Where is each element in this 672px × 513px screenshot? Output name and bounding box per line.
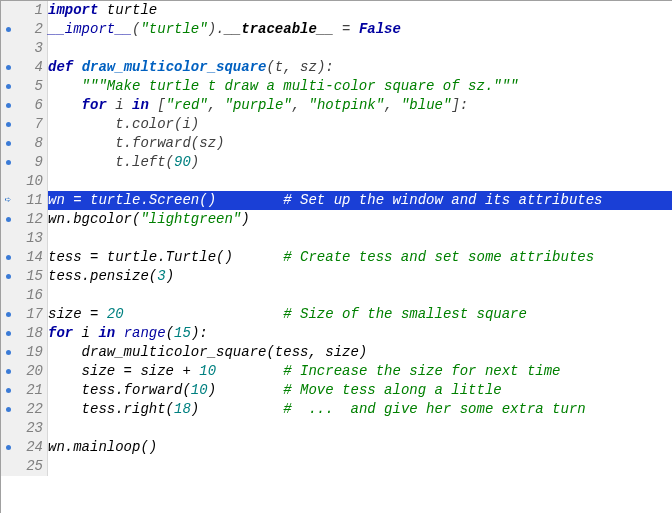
token-cmt: # Increase the size for next time — [283, 363, 560, 379]
code-editor[interactable]: 1import turtle2__import__("turtle").__tr… — [0, 0, 672, 513]
code-line[interactable]: 2__import__("turtle").__traceable__ = Fa… — [1, 20, 672, 39]
token-op: t.left( — [48, 154, 174, 170]
code-content[interactable]: wn.mainloop() — [48, 438, 672, 457]
token-attr — [115, 325, 123, 341]
code-line[interactable]: 12wn.bgcolor("lightgreen") — [1, 210, 672, 229]
line-number: 8 — [15, 134, 48, 153]
token-strongattr: __traceable__ — [224, 21, 333, 37]
token-num: 18 — [174, 401, 191, 417]
code-content[interactable]: tess.pensize(3) — [48, 267, 672, 286]
token-op: (t, sz): — [266, 59, 333, 75]
gutter-marker[interactable] — [1, 1, 15, 20]
gutter-marker[interactable] — [1, 400, 15, 419]
gutter-marker[interactable] — [1, 77, 15, 96]
gutter-marker[interactable] — [1, 248, 15, 267]
code-line[interactable]: 22 tess.right(18) # ... and give her som… — [1, 400, 672, 419]
token-attr: tess.right( — [48, 401, 174, 417]
code-line[interactable]: ➪11wn = turtle.Screen() # Set up the win… — [1, 191, 672, 210]
code-line[interactable]: 20 size = size + 10 # Increase the size … — [1, 362, 672, 381]
token-attr: wn.mainloop() — [48, 439, 157, 455]
gutter-marker[interactable] — [1, 172, 15, 191]
gutter-marker[interactable]: ➪ — [1, 191, 15, 210]
code-line[interactable]: 8 t.forward(sz) — [1, 134, 672, 153]
code-line[interactable]: 21 tess.forward(10) # Move tess along a … — [1, 381, 672, 400]
gutter-marker[interactable] — [1, 362, 15, 381]
gutter-marker[interactable] — [1, 39, 15, 58]
code-content[interactable]: wn.bgcolor("lightgreen") — [48, 210, 672, 229]
gutter-marker[interactable] — [1, 96, 15, 115]
gutter-marker[interactable] — [1, 305, 15, 324]
code-content[interactable]: draw_multicolor_square(tess, size) — [48, 343, 672, 362]
gutter-marker[interactable] — [1, 20, 15, 39]
code-line[interactable]: 25 — [1, 457, 672, 476]
code-line[interactable]: 5 """Make turtle t draw a multi-color sq… — [1, 77, 672, 96]
gutter-marker[interactable] — [1, 457, 15, 476]
line-number: 18 — [15, 324, 48, 343]
code-content[interactable]: tess.forward(10) # Move tess along a lit… — [48, 381, 672, 400]
code-line[interactable]: 14tess = turtle.Turtle() # Create tess a… — [1, 248, 672, 267]
code-content[interactable] — [48, 172, 672, 191]
gutter-marker[interactable] — [1, 343, 15, 362]
code-content[interactable] — [48, 229, 672, 248]
line-number: 9 — [15, 153, 48, 172]
code-line[interactable]: 1import turtle — [1, 1, 672, 20]
code-line[interactable]: 17size = 20 # Size of the smallest squar… — [1, 305, 672, 324]
line-number: 7 — [15, 115, 48, 134]
gutter-marker[interactable] — [1, 210, 15, 229]
code-content[interactable]: t.forward(sz) — [48, 134, 672, 153]
code-line[interactable]: 24wn.mainloop() — [1, 438, 672, 457]
code-line[interactable]: 15tess.pensize(3) — [1, 267, 672, 286]
line-number: 1 — [15, 1, 48, 20]
token-op: ) — [191, 154, 199, 170]
gutter-marker[interactable] — [1, 381, 15, 400]
code-content[interactable] — [48, 419, 672, 438]
code-content[interactable] — [48, 39, 672, 58]
code-line[interactable]: 16 — [1, 286, 672, 305]
code-line[interactable]: 3 — [1, 39, 672, 58]
token-attr: wn.bgcolor( — [48, 211, 140, 227]
code-line[interactable]: 18for i in range(15): — [1, 324, 672, 343]
line-number: 23 — [15, 419, 48, 438]
code-content[interactable]: size = 20 # Size of the smallest square — [48, 305, 672, 324]
gutter-marker[interactable] — [1, 267, 15, 286]
code-content[interactable] — [48, 457, 672, 476]
breakpoint-icon — [6, 331, 11, 336]
gutter-marker[interactable] — [1, 115, 15, 134]
gutter-marker[interactable] — [1, 286, 15, 305]
code-content[interactable]: import turtle — [48, 1, 672, 20]
breakpoint-icon — [6, 103, 11, 108]
code-content[interactable]: size = size + 10 # Increase the size for… — [48, 362, 672, 381]
code-content[interactable]: tess.right(18) # ... and give her some e… — [48, 400, 672, 419]
gutter-marker[interactable] — [1, 58, 15, 77]
code-line[interactable]: 13 — [1, 229, 672, 248]
code-content[interactable]: def draw_multicolor_square(t, sz): — [48, 58, 672, 77]
code-content[interactable]: __import__("turtle").__traceable__ = Fal… — [48, 20, 672, 39]
gutter-marker[interactable] — [1, 438, 15, 457]
breakpoint-icon — [6, 350, 11, 355]
code-line[interactable]: 23 — [1, 419, 672, 438]
code-content[interactable]: """Make turtle t draw a multi-color squa… — [48, 77, 672, 96]
code-line[interactable]: 7 t.color(i) — [1, 115, 672, 134]
code-content[interactable]: t.color(i) — [48, 115, 672, 134]
breakpoint-icon — [6, 369, 11, 374]
gutter-marker[interactable] — [1, 153, 15, 172]
gutter-marker[interactable] — [1, 229, 15, 248]
code-line[interactable]: 9 t.left(90) — [1, 153, 672, 172]
code-content[interactable]: for i in range(15): — [48, 324, 672, 343]
code-content[interactable]: tess = turtle.Turtle() # Create tess and… — [48, 248, 672, 267]
code-content[interactable]: for i in ["red", "purple", "hotpink", "b… — [48, 96, 672, 115]
gutter-marker[interactable] — [1, 324, 15, 343]
code-line[interactable]: 19 draw_multicolor_square(tess, size) — [1, 343, 672, 362]
code-content[interactable]: wn = turtle.Screen() # Set up the window… — [48, 191, 672, 210]
breakpoint-icon — [6, 388, 11, 393]
token-attr: ) — [166, 268, 174, 284]
token-attr: tess = turtle.Turtle() — [48, 249, 283, 265]
code-content[interactable]: t.left(90) — [48, 153, 672, 172]
code-line[interactable]: 4def draw_multicolor_square(t, sz): — [1, 58, 672, 77]
gutter-marker[interactable] — [1, 419, 15, 438]
token-attr: size = — [48, 306, 107, 322]
code-line[interactable]: 6 for i in ["red", "purple", "hotpink", … — [1, 96, 672, 115]
code-content[interactable] — [48, 286, 672, 305]
gutter-marker[interactable] — [1, 134, 15, 153]
code-line[interactable]: 10 — [1, 172, 672, 191]
